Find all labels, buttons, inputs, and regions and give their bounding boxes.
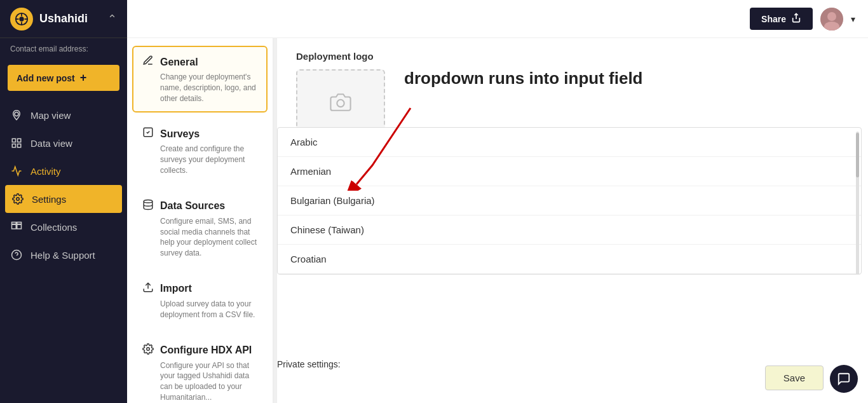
scrollbar-thumb[interactable] xyxy=(856,133,859,177)
dropdown-item-croatian[interactable]: Croatian xyxy=(278,245,861,274)
sidebar-item-data-view[interactable]: Data view xyxy=(0,129,127,157)
import-title: Import xyxy=(160,283,192,294)
deployment-logo-label: Deployment logo xyxy=(296,51,849,62)
svg-rect-8 xyxy=(18,139,21,142)
svg-rect-14 xyxy=(12,222,17,224)
settings-item-general[interactable]: General Change your deployment's name, d… xyxy=(132,46,268,113)
hdx-icon xyxy=(142,343,154,358)
hdx-desc: Configure your API so that your tagged U… xyxy=(142,360,257,403)
sidebar: Ushahidi ⌃ Contact email address: Add ne… xyxy=(0,0,127,403)
share-label: Share xyxy=(761,14,786,24)
settings-item-general-header: General xyxy=(142,55,257,69)
main-area: Share ▾ General xyxy=(127,0,868,403)
import-desc: Upload survey data to your deployment fr… xyxy=(142,299,257,320)
settings-item-hdx[interactable]: Configure HDX API Configure your API so … xyxy=(132,334,268,403)
svg-rect-9 xyxy=(12,144,15,147)
sidebar-item-settings[interactable]: Settings xyxy=(5,185,122,213)
dropdown-item-chinese[interactable]: Chinese (Taiwan) xyxy=(278,215,861,245)
data-view-label: Data view xyxy=(31,138,72,149)
settings-sidebar: General Change your deployment's name, d… xyxy=(127,38,273,403)
settings-item-data-sources-header: Data Sources xyxy=(142,199,257,214)
settings-item-hdx-header: Configure HDX API xyxy=(142,343,257,358)
sidebar-item-activity[interactable]: Activity xyxy=(0,157,127,185)
dropdown-item-armenian[interactable]: Armenian xyxy=(278,157,861,186)
svg-rect-7 xyxy=(12,139,15,142)
surveys-icon xyxy=(142,126,154,141)
data-sources-icon xyxy=(142,199,154,214)
save-button[interactable]: Save xyxy=(765,365,824,390)
share-icon xyxy=(791,13,801,25)
svg-point-26 xyxy=(337,99,344,106)
hdx-title: Configure HDX API xyxy=(160,345,252,356)
settings-icon xyxy=(11,193,24,205)
svg-rect-15 xyxy=(17,222,22,224)
svg-point-23 xyxy=(144,200,153,203)
settings-label: Settings xyxy=(32,194,66,205)
content-area: General Change your deployment's name, d… xyxy=(127,38,868,403)
share-button[interactable]: Share xyxy=(750,8,813,30)
contact-label: Contact email address: xyxy=(0,38,127,60)
help-icon xyxy=(10,249,23,261)
svg-rect-12 xyxy=(12,224,17,229)
sidebar-item-map-view[interactable]: Map view xyxy=(0,101,127,129)
sidebar-nav: Map view Data view Activity Settings Col… xyxy=(0,96,127,403)
avatar-dropdown-icon[interactable]: ▾ xyxy=(851,14,855,24)
general-desc: Change your deployment's name, descripti… xyxy=(142,72,257,104)
svg-point-1 xyxy=(19,17,24,21)
settings-item-import-header: Import xyxy=(142,282,257,296)
data-sources-desc: Configure email, SMS, and social media c… xyxy=(142,216,257,259)
sidebar-logo: Ushahidi ⌃ xyxy=(0,0,127,38)
sidebar-item-help[interactable]: Help & Support xyxy=(0,241,127,269)
language-dropdown-list[interactable]: Arabic Armenian Bulgarian (Bulgaria) Chi… xyxy=(277,127,862,275)
app-logo-icon xyxy=(10,8,33,31)
add-post-label: Add new post xyxy=(17,73,75,83)
svg-point-20 xyxy=(827,12,836,21)
svg-rect-10 xyxy=(18,144,21,147)
map-view-label: Map view xyxy=(31,110,71,121)
settings-item-import[interactable]: Import Upload survey data to your deploy… xyxy=(132,273,268,329)
sidebar-item-collections[interactable]: Collections xyxy=(0,213,127,241)
plus-icon: + xyxy=(80,71,87,85)
dropdown-scrollbar[interactable] xyxy=(855,130,860,275)
collapse-icon[interactable]: ⌃ xyxy=(107,12,117,26)
settings-main-content: Deployment logo dropdown runs into input… xyxy=(277,38,868,403)
user-avatar[interactable] xyxy=(820,8,843,31)
surveys-desc: Create and configure the surveys your de… xyxy=(142,144,257,175)
camera-icon xyxy=(330,92,351,118)
svg-point-6 xyxy=(15,113,18,116)
svg-point-11 xyxy=(17,198,20,201)
data-sources-title: Data Sources xyxy=(160,200,225,212)
topbar: Share ▾ xyxy=(127,0,868,38)
svg-rect-13 xyxy=(17,224,22,229)
collections-label: Collections xyxy=(31,222,77,233)
dropdown-item-arabic[interactable]: Arabic xyxy=(278,128,861,157)
map-view-icon xyxy=(10,109,23,121)
data-view-icon xyxy=(10,137,23,149)
app-name: Ushahidi xyxy=(39,12,88,25)
private-settings-label: Private settings: xyxy=(277,359,341,370)
dropdown-item-bulgarian[interactable]: Bulgarian (Bulgaria) xyxy=(278,186,861,215)
import-icon xyxy=(142,282,154,296)
collections-icon xyxy=(10,221,23,233)
svg-point-25 xyxy=(147,347,150,350)
activity-label: Activity xyxy=(31,166,61,177)
general-icon xyxy=(142,55,154,69)
chat-button[interactable] xyxy=(830,365,858,393)
general-title: General xyxy=(160,57,198,68)
surveys-title: Surveys xyxy=(160,128,200,140)
annotation-text: dropdown runs into input field xyxy=(404,69,643,88)
settings-item-surveys[interactable]: Surveys Create and configure the surveys… xyxy=(132,118,268,184)
add-post-button[interactable]: Add new post + xyxy=(8,65,119,91)
activity-icon xyxy=(10,165,23,177)
settings-item-surveys-header: Surveys xyxy=(142,126,257,141)
settings-item-data-sources[interactable]: Data Sources Configure email, SMS, and s… xyxy=(132,190,268,268)
help-label: Help & Support xyxy=(31,250,95,261)
